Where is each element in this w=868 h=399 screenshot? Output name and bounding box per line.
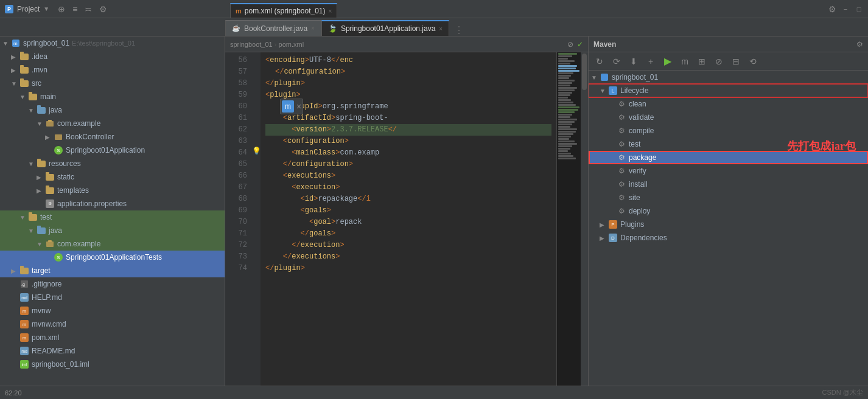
tree-item-test[interactable]: ▼ test	[0, 210, 225, 224]
svg-text:.g: .g	[21, 282, 25, 287]
project-dropdown-icon[interactable]: ▼	[43, 5, 49, 12]
maven-collapse-btn[interactable]: ⊟	[730, 55, 742, 68]
vertical-scrollbar[interactable]	[581, 52, 588, 386]
tree-item-target[interactable]: ▶ target	[0, 264, 225, 277]
maven-run-btn[interactable]: ▶	[662, 55, 674, 68]
maven-add-btn[interactable]: +	[645, 55, 657, 68]
maven-tree-compile[interactable]: ▶ ⚙ compile	[589, 124, 868, 137]
maven-info-btn[interactable]: ⊘	[713, 55, 725, 68]
tree-item-springboot-app[interactable]: ▶ S Springboot01Application	[0, 144, 225, 157]
code-editor[interactable]: <encoding>UTF-8</enc </configuration> </…	[261, 52, 556, 386]
tree-item-templates[interactable]: ▶ templates	[0, 184, 225, 197]
maven-toolbar: ↻ ⟳ ⬇ + ▶ m ⊞ ⊘ ⊟ ⟲	[589, 52, 868, 71]
tree-item-src[interactable]: ▼ src	[0, 77, 225, 90]
settings-gear-icon[interactable]: ⚙	[828, 4, 836, 14]
tree-item-test-com-example[interactable]: ▼ com.example	[0, 237, 225, 251]
maven-tree-dependencies[interactable]: ▶ D Dependencies	[589, 231, 868, 245]
minimize-button[interactable]: −	[841, 5, 850, 13]
tree-item-main[interactable]: ▼ main	[0, 90, 225, 103]
springboot-app-file-icon: S	[54, 146, 63, 154]
tree-item-book-controller[interactable]: ▶ BookController	[0, 130, 225, 144]
completion-close-icon[interactable]: ×	[296, 102, 301, 111]
maven-goal-clean-icon: ⚙	[617, 100, 626, 108]
maven-skip-tests-btn[interactable]: m	[679, 55, 691, 68]
maven-settings-icon[interactable]: ⚙	[856, 40, 863, 49]
expand-arrow-book-controller: ▶	[45, 134, 54, 141]
maven-title: Maven	[593, 40, 616, 49]
expand-arrow-resources: ▼	[28, 161, 37, 167]
code-line-69: <goals>	[265, 205, 551, 217]
pom-xml-close-icon[interactable]: ×	[329, 8, 332, 15]
maven-header: Maven ⚙	[589, 36, 868, 52]
maven-tree-springboot01[interactable]: ▼ springboot_01	[589, 71, 868, 84]
springboot-app-close-icon[interactable]: ×	[439, 26, 443, 32]
tree-item-idea[interactable]: ▶ .idea	[0, 50, 225, 63]
maven-tree-site[interactable]: ▶ ⚙ site	[589, 191, 868, 204]
expand-arrow-idea: ▶	[11, 54, 19, 60]
lightbulb-icon[interactable]: 💡	[252, 147, 261, 155]
maven-tree-plugins[interactable]: ▶ P Plugins	[589, 218, 868, 231]
maven-module-icon	[600, 73, 609, 82]
add-module-icon[interactable]: ⊕	[58, 4, 65, 14]
expand-arrow-test-com-example: ▼	[37, 241, 45, 248]
pom-xml-tab-label: pom.xml (springboot_01)	[245, 7, 326, 15]
code-line-62: <version>2.3.7.RELEASE</	[265, 124, 551, 136]
maven-tree-lifecycle[interactable]: ▼ L Lifecycle	[589, 84, 868, 97]
maven-tree-deploy[interactable]: ▶ ⚙ deploy	[589, 204, 868, 218]
maven-goal-install-icon: ⚙	[617, 180, 626, 189]
breadcrumb-settings-icon[interactable]: ⊘	[567, 40, 573, 49]
structure-icon[interactable]: ≡	[72, 4, 77, 14]
collapse-icon[interactable]: ≍	[85, 4, 92, 14]
tree-label-application-properties: application.properties	[57, 200, 127, 208]
maven-tree-clean[interactable]: ▶ ⚙ clean	[589, 97, 868, 111]
maven-tree-install[interactable]: ▶ ⚙ install	[589, 178, 868, 191]
maven-reimport-btn[interactable]: ⟳	[611, 55, 623, 68]
mvnw-cmd-icon: m	[19, 320, 29, 328]
tree-label-com-example: com.example	[57, 119, 100, 128]
tree-item-gitignore[interactable]: ▶ .g .gitignore	[0, 277, 225, 291]
tree-item-mvn[interactable]: ▶ .mvn	[0, 63, 225, 77]
maven-tree-verify[interactable]: ▶ ⚙ verify	[589, 164, 868, 178]
maven-label-plugins: Plugins	[620, 220, 644, 229]
springboot-app-tab[interactable]: 🍃 Springboot01Application.java ×	[321, 20, 449, 36]
tree-item-springboot01[interactable]: ▼ m springboot_01 E:\test\springboot_01	[0, 36, 225, 50]
tree-item-springboot-tests[interactable]: ▶ S Springboot01ApplicationTests	[0, 251, 225, 264]
tree-item-com-example[interactable]: ▼ com.example	[0, 117, 225, 130]
tree-item-test-java[interactable]: ▼ java	[0, 224, 225, 237]
gitignore-icon: .g	[19, 280, 29, 288]
settings-icon[interactable]: ⚙	[99, 4, 107, 14]
tree-label-mvn: .mvn	[32, 66, 47, 74]
maven-refresh-btn[interactable]: ↻	[593, 55, 606, 68]
tree-item-java[interactable]: ▼ java	[0, 103, 225, 117]
tree-item-readme-md[interactable]: ▶ md README.md	[0, 344, 225, 358]
code-line-70: <goal>repack	[265, 217, 551, 228]
tree-item-resources[interactable]: ▼ resources	[0, 157, 225, 170]
tree-item-mvnw-cmd[interactable]: ▶ m mvnw.cmd	[0, 317, 225, 331]
status-right-csdn: CSDN @木尘	[822, 388, 863, 397]
pom-xml-tab[interactable]: m pom.xml (springboot_01) ×	[230, 3, 337, 18]
line-numbers: 5657585960 6162636465 6667686970 7172737…	[225, 52, 252, 386]
maximize-button[interactable]: □	[855, 5, 863, 13]
book-controller-tab[interactable]: ☕ BookController.java ×	[225, 20, 321, 36]
scrollbar-thumb[interactable]	[582, 54, 587, 90]
tree-item-pom-xml[interactable]: ▶ m pom.xml	[0, 331, 225, 344]
code-line-57: </configuration>	[265, 66, 551, 78]
tree-item-help-md[interactable]: ▶ md HELP.md	[0, 291, 225, 304]
status-bar: 62:20 CSDN @木尘	[0, 386, 868, 399]
tree-item-springboot-iml[interactable]: ▶ iml springboot_01.iml	[0, 358, 225, 371]
maven-expand-plugins: ▶	[600, 221, 608, 228]
code-line-59: <plugin>	[265, 89, 551, 101]
book-controller-close-icon[interactable]: ×	[311, 25, 315, 32]
maven-sidebar: Maven ⚙ ↻ ⟳ ⬇ + ▶ m ⊞ ⊘ ⊟ ⟲	[588, 36, 868, 386]
maven-deps-btn[interactable]: ⊞	[696, 55, 708, 68]
tree-label-mvnw: mvnw	[32, 307, 51, 315]
tree-item-mvnw[interactable]: ▶ m mvnw	[0, 304, 225, 317]
more-tabs-icon[interactable]: ⋮	[454, 24, 464, 36]
maven-label-deploy: deploy	[629, 207, 650, 215]
maven-download-btn[interactable]: ⬇	[628, 55, 640, 68]
tree-item-application-properties[interactable]: ▶ ⚙ application.properties	[0, 197, 225, 210]
maven-tree-validate[interactable]: ▶ ⚙ validate	[589, 111, 868, 124]
tree-item-static[interactable]: ▶ static	[0, 170, 225, 184]
code-line-56: <encoding>UTF-8</enc	[265, 55, 551, 66]
maven-settings2-btn[interactable]: ⟲	[747, 55, 759, 68]
